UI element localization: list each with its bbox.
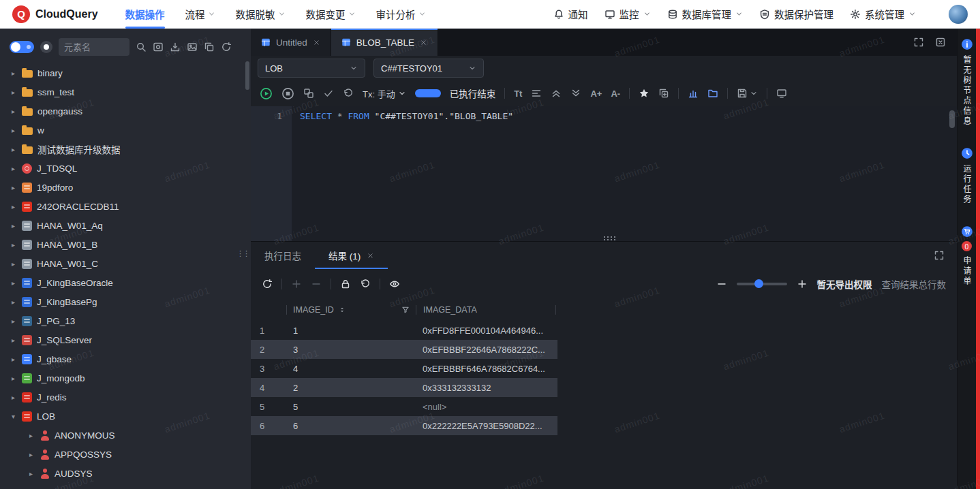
terminal-icon[interactable] bbox=[776, 88, 787, 99]
tree-item-J_gbase[interactable]: ▸J_gbase bbox=[0, 349, 251, 368]
zoom-slider[interactable] bbox=[737, 283, 787, 285]
nav-item-3[interactable]: 数据脱敏 bbox=[236, 0, 286, 29]
tree-item-HANA_W01_C[interactable]: ▸HANA_W01_C bbox=[0, 254, 251, 273]
cell-image-data[interactable]: 0xEFBBBF22646A7868222C... bbox=[416, 345, 557, 355]
cell-image-data[interactable]: 0xEFBBBF646A78682C6764... bbox=[416, 364, 557, 374]
close-all-tabs-icon[interactable] bbox=[935, 37, 946, 48]
zoom-slider-knob[interactable] bbox=[754, 279, 763, 288]
tree-item-测试数据库升级数据[interactable]: ▸测试数据库升级数据 bbox=[0, 140, 251, 159]
beautify-sql-button[interactable] bbox=[531, 88, 542, 99]
result-row-3[interactable]: 340xEFBBBF646A78682C6764... bbox=[251, 359, 557, 378]
refresh-results-icon[interactable] bbox=[262, 279, 273, 289]
caret-right-icon[interactable]: ▸ bbox=[10, 203, 17, 210]
caret-right-icon[interactable]: ▸ bbox=[10, 108, 17, 115]
tree-item-J_TDSQL[interactable]: ▸J_TDSQL bbox=[0, 159, 251, 178]
user-avatar[interactable] bbox=[949, 5, 968, 24]
open-folder-icon[interactable] bbox=[707, 88, 718, 99]
caret-right-icon[interactable]: ▸ bbox=[10, 375, 17, 382]
stop-button[interactable] bbox=[281, 87, 294, 100]
cell-image-id[interactable]: 4 bbox=[286, 364, 416, 374]
zoom-in-icon[interactable] bbox=[797, 279, 808, 289]
export-icon[interactable] bbox=[170, 42, 181, 52]
caret-right-icon[interactable]: ▸ bbox=[27, 451, 35, 458]
tree-item-242ORACLECDB11[interactable]: ▸242ORACLECDB11 bbox=[0, 197, 251, 216]
tree-item-HANA_W01_Aq[interactable]: ▸HANA_W01_Aq bbox=[0, 216, 251, 235]
request-form-panel-button[interactable]: 0 申请单 bbox=[961, 225, 973, 287]
tab-execution-log[interactable]: 执行日志 bbox=[251, 242, 315, 269]
execution-plan-button[interactable] bbox=[303, 88, 314, 99]
result-row-2[interactable]: 230xEFBBBF22646A7868222C... bbox=[251, 340, 557, 359]
caret-right-icon[interactable]: ▸ bbox=[27, 470, 35, 477]
nav-right-item-4[interactable]: 数据保护管理 bbox=[759, 0, 833, 28]
cell-image-id[interactable]: 5 bbox=[286, 402, 416, 412]
caret-right-icon[interactable]: ▸ bbox=[10, 317, 17, 325]
sql-editor[interactable]: 1 SELECT * FROM "C##TESTOY01"."BLOB_TABL… bbox=[251, 106, 957, 241]
tree-item-w[interactable]: ▸w bbox=[0, 121, 251, 140]
close-icon[interactable] bbox=[367, 252, 374, 259]
undo-button[interactable] bbox=[343, 88, 354, 99]
panel-resize-handle[interactable] bbox=[604, 236, 605, 238]
cell-image-data[interactable]: 0xFFD8FFE000104A464946... bbox=[416, 326, 557, 336]
cell-image-data[interactable]: 0x333132333132 bbox=[416, 383, 557, 393]
sidebar-resize-handle[interactable]: ⋮⋮ bbox=[236, 249, 249, 258]
nav-right-item-1[interactable]: 通知 bbox=[553, 0, 588, 28]
caret-right-icon[interactable]: ▸ bbox=[10, 394, 17, 401]
caret-right-icon[interactable]: ▸ bbox=[10, 260, 17, 268]
cell-image-id[interactable]: 6 bbox=[286, 421, 416, 431]
collapse-all-icon[interactable] bbox=[551, 88, 562, 99]
delete-row-icon[interactable] bbox=[311, 279, 322, 289]
tree-item-AUDSYS[interactable]: ▸AUDSYS bbox=[0, 464, 251, 483]
tab-blob-table[interactable]: BLOB_TABLE bbox=[331, 29, 438, 56]
save-button[interactable] bbox=[737, 88, 758, 99]
tree-item-J_redis[interactable]: ▸J_redis bbox=[0, 388, 251, 407]
revert-icon[interactable] bbox=[360, 279, 371, 289]
expand-all-icon[interactable] bbox=[570, 88, 581, 99]
caret-right-icon[interactable]: ▸ bbox=[10, 69, 17, 77]
fullscreen-icon[interactable] bbox=[913, 37, 924, 48]
tree-item-HANA_W01_B[interactable]: ▸HANA_W01_B bbox=[0, 235, 251, 254]
caret-down-icon[interactable]: ▾ bbox=[10, 413, 17, 420]
tx-mode-select[interactable]: Tx: 手动 bbox=[363, 87, 406, 100]
nav-item-2[interactable]: 流程 bbox=[185, 0, 215, 29]
display-mode-toggle[interactable] bbox=[40, 41, 52, 53]
sidebar-scrollbar[interactable] bbox=[245, 61, 249, 90]
cell-image-data[interactable]: <null> bbox=[416, 402, 557, 412]
tree-item-APPQOSSYS[interactable]: ▸APPQOSSYS bbox=[0, 445, 251, 464]
caret-right-icon[interactable]: ▸ bbox=[10, 222, 17, 230]
sql-code[interactable]: SELECT * FROM "C##TESTOY01"."BLOB_TABLE" bbox=[292, 106, 957, 241]
result-row-5[interactable]: 55<null> bbox=[251, 397, 557, 416]
caret-right-icon[interactable]: ▸ bbox=[10, 89, 17, 96]
caret-right-icon[interactable]: ▸ bbox=[10, 127, 17, 134]
tree-item-J_KingBasePg[interactable]: ▸J_KingBasePg bbox=[0, 292, 251, 311]
sort-icon[interactable] bbox=[338, 306, 346, 314]
caret-right-icon[interactable]: ▸ bbox=[10, 184, 17, 191]
caret-right-icon[interactable]: ▸ bbox=[10, 356, 17, 363]
lock-icon[interactable] bbox=[340, 279, 351, 289]
capture-icon[interactable] bbox=[153, 42, 164, 52]
tree-item-19pdforo[interactable]: ▸19pdforo bbox=[0, 178, 251, 197]
tree-view-toggle[interactable] bbox=[10, 41, 34, 53]
result-row-6[interactable]: 660x222222E5A793E5908D22... bbox=[251, 416, 557, 435]
nav-right-item-2[interactable]: 监控 bbox=[604, 0, 651, 28]
caret-right-icon[interactable]: ▸ bbox=[10, 336, 17, 344]
search-icon[interactable] bbox=[136, 42, 147, 52]
caret-right-icon[interactable]: ▸ bbox=[10, 241, 17, 249]
cell-image-id[interactable]: 2 bbox=[286, 383, 416, 393]
zoom-out-icon[interactable] bbox=[716, 279, 727, 289]
caret-right-icon[interactable]: ▸ bbox=[10, 146, 17, 153]
element-filter-input[interactable] bbox=[59, 38, 129, 56]
tree-node-info-panel-button[interactable]: 暂无树节点信息 bbox=[961, 38, 973, 127]
caret-right-icon[interactable]: ▸ bbox=[10, 279, 17, 287]
schema-select[interactable]: C##TESTOY01 bbox=[373, 59, 484, 78]
database-select[interactable]: LOB bbox=[258, 59, 365, 78]
validate-button[interactable] bbox=[323, 88, 334, 99]
tree-item-LOB[interactable]: ▾LOB bbox=[0, 407, 251, 426]
tab-untitled[interactable]: Untitled bbox=[251, 29, 331, 56]
nav-right-item-5[interactable]: 系统管理 bbox=[850, 0, 916, 28]
tree-item-J_SQLServer[interactable]: ▸J_SQLServer bbox=[0, 330, 251, 349]
preview-icon[interactable] bbox=[389, 279, 400, 289]
cell-image-id[interactable]: 1 bbox=[286, 326, 416, 336]
total-rows-link[interactable]: 查询结果总行数 bbox=[882, 277, 947, 291]
cell-image-data[interactable]: 0x222222E5A793E5908D22... bbox=[416, 421, 557, 431]
nav-item-5[interactable]: 审计分析 bbox=[376, 0, 426, 29]
